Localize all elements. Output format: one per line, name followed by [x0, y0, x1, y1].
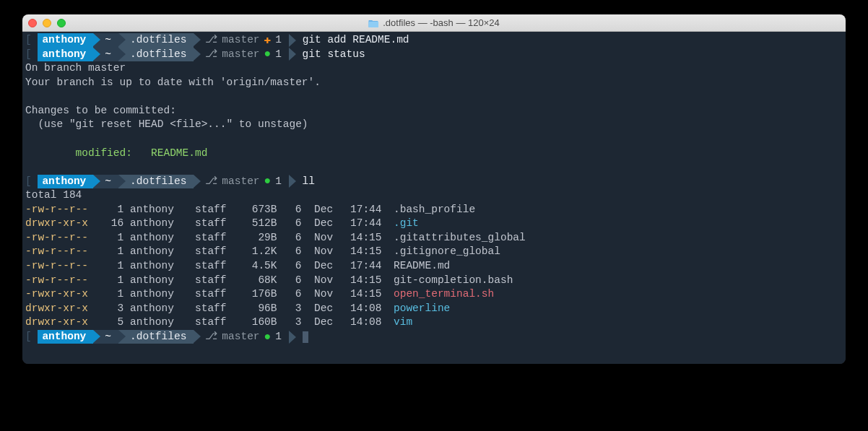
- output-line-modified: modified: README.md: [25, 147, 843, 161]
- prompt-user: anthony: [38, 48, 93, 62]
- maximize-button[interactable]: [57, 19, 66, 27]
- ls-mon: Nov: [314, 274, 350, 288]
- output-line: [25, 90, 843, 104]
- ls-day: 6: [289, 245, 314, 259]
- window-title: .dotfiles — -bash — 120×24: [368, 17, 500, 28]
- ls-owner: anthony: [130, 203, 195, 217]
- ls-perm: -rw-r--r--: [25, 245, 105, 259]
- ls-owner: anthony: [130, 287, 195, 302]
- ls-perm: -rw-r--r--: [25, 274, 105, 288]
- ls-total: total 184: [25, 188, 843, 203]
- staged-count: 1: [275, 330, 282, 344]
- ls-size: 29B: [246, 231, 289, 245]
- ls-row: drwxr-xr-x 16anthonystaff 512B 6Dec17:44…: [25, 217, 843, 231]
- ls-perm: drwxr-xr-x: [25, 302, 105, 316]
- branch-name: master: [222, 48, 259, 62]
- ls-name: .bash_profile: [394, 203, 843, 217]
- ls-group: staff: [195, 203, 246, 217]
- prompt-separator-icon: [289, 175, 296, 188]
- ls-time: 17:44: [350, 259, 394, 274]
- branch-name: master: [222, 330, 259, 344]
- staged-count: 1: [275, 175, 282, 189]
- ls-size: 160B: [246, 315, 289, 330]
- prompt-row-active[interactable]: [ anthony ~ .dotfiles ⎇ master ● 1: [25, 330, 843, 344]
- prompt-row: [ anthony ~ .dotfiles ⎇ master ● 1 git s…: [25, 48, 843, 62]
- ls-day: 3: [289, 302, 314, 316]
- prompt-separator-icon: [289, 48, 296, 61]
- ls-perm: -rw-r--r--: [25, 259, 105, 274]
- ls-mon: Nov: [314, 287, 350, 302]
- ls-size: 4.5K: [246, 259, 289, 274]
- ls-time: 17:44: [350, 203, 394, 217]
- ls-day: 6: [289, 259, 314, 274]
- ls-links: 16: [105, 217, 130, 231]
- ls-time: 14:15: [350, 245, 394, 259]
- ls-links: 5: [105, 315, 130, 330]
- ls-size: 1.2K: [246, 245, 289, 259]
- terminal-body[interactable]: [ anthony ~ .dotfiles ⎇ master ✚ 1 git a…: [22, 32, 846, 364]
- ls-group: staff: [195, 217, 246, 231]
- ls-name: open_terminal.sh: [394, 287, 843, 302]
- traffic-lights: [28, 19, 66, 27]
- title-text: .dotfiles — -bash — 120×24: [383, 17, 500, 28]
- ls-group: staff: [195, 231, 246, 245]
- ls-mon: Dec: [314, 259, 350, 274]
- ls-perm: -rwxr-xr-x: [25, 287, 105, 302]
- output-line: [25, 132, 843, 147]
- prompt-row: [ anthony ~ .dotfiles ⎇ master ✚ 1 git a…: [25, 33, 843, 48]
- branch-icon: ⎇: [205, 330, 217, 344]
- prompt-dir: .dotfiles: [118, 33, 194, 48]
- ls-owner: anthony: [130, 245, 195, 259]
- close-button[interactable]: [28, 19, 37, 27]
- branch-name: master: [222, 175, 259, 189]
- output-line: [25, 160, 843, 175]
- ls-row: drwxr-xr-x 5anthonystaff 160B 3Dec14:08v…: [25, 315, 843, 330]
- ls-time: 14:15: [350, 287, 394, 302]
- ls-owner: anthony: [130, 231, 195, 245]
- ls-size: 68K: [246, 274, 289, 288]
- ls-group: staff: [195, 287, 246, 302]
- ls-links: 1: [105, 203, 130, 217]
- ls-size: 176B: [246, 287, 289, 302]
- ls-owner: anthony: [130, 302, 195, 316]
- ls-name: git-completion.bash: [394, 274, 843, 288]
- output-line: Your branch is up to date with 'origin/m…: [25, 76, 843, 90]
- ls-name: .gitignore_global: [394, 245, 843, 259]
- ls-owner: anthony: [130, 315, 195, 330]
- prompt-user: anthony: [38, 175, 93, 189]
- ls-time: 17:44: [350, 217, 394, 231]
- prompt-branch: ⎇ master ● 1: [194, 330, 289, 344]
- ls-size: 96B: [246, 302, 289, 316]
- ls-time: 14:08: [350, 302, 394, 316]
- ls-listing: -rw-r--r-- 1anthonystaff 673B 6Dec17:44.…: [25, 203, 843, 330]
- ls-owner: anthony: [130, 274, 195, 288]
- command-text: git add README.md: [296, 33, 409, 48]
- ls-mon: Dec: [314, 302, 350, 316]
- minimize-button[interactable]: [43, 19, 51, 27]
- staged-count: 1: [275, 48, 282, 62]
- ls-name: README.md: [394, 259, 843, 274]
- ls-row: -rwxr-xr-x 1anthonystaff 176B 6Nov14:15o…: [25, 287, 843, 302]
- command-text: git status: [296, 48, 365, 62]
- prompt-user: anthony: [38, 33, 93, 48]
- ls-name: powerline: [394, 302, 843, 316]
- prompt-dir: .dotfiles: [118, 330, 194, 344]
- ls-day: 6: [289, 203, 314, 217]
- ls-perm: drwxr-xr-x: [25, 217, 105, 231]
- ls-links: 1: [105, 231, 130, 245]
- ls-owner: anthony: [130, 259, 195, 274]
- branch-icon: ⎇: [205, 33, 217, 48]
- ls-time: 14:08: [350, 315, 394, 330]
- ls-name: .gitattributes_global: [394, 231, 843, 245]
- ls-row: -rw-r--r-- 1anthonystaff 68K 6Nov14:15gi…: [25, 274, 843, 288]
- ls-owner: anthony: [130, 217, 195, 231]
- prompt-branch: ⎇ master ✚ 1: [194, 33, 289, 48]
- ls-links: 1: [105, 274, 130, 288]
- ls-time: 14:15: [350, 274, 394, 288]
- ls-perm: -rw-r--r--: [25, 231, 105, 245]
- ls-group: staff: [195, 245, 246, 259]
- titlebar[interactable]: .dotfiles — -bash — 120×24: [22, 14, 846, 32]
- ls-mon: Dec: [314, 203, 350, 217]
- branch-icon: ⎇: [205, 175, 217, 189]
- ls-group: staff: [195, 274, 246, 288]
